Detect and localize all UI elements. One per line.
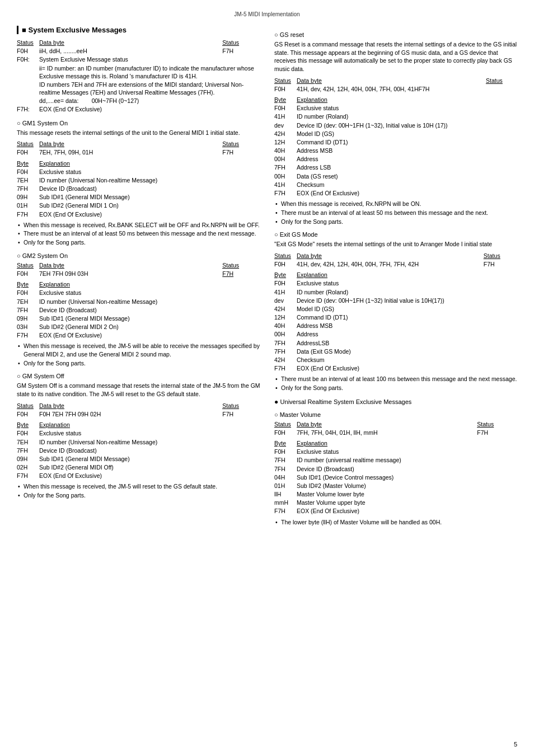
gm1-status-f7: F7H [222,148,263,157]
col-status1: Status [17,39,39,47]
gs-reset-explanation-col: Explanation [297,96,517,104]
gs-r-b10: 41H [274,181,297,189]
sysex-row-id-ext: ID numbers 7EH and 7FH are extensions of… [17,81,263,97]
exit-gs-col-status2: Status [484,252,517,260]
gm1-block: GM1 System On This message resets the in… [17,120,263,247]
mv-b-01h: 01HSub ID#2 (Master Volume) [274,482,517,490]
exit-gs-data-bytes: 41H, dev, 42H, 12H, 40H, 00H, 7FH, 7FH, … [297,260,484,269]
exit-gs-note-1: There must be an interval of at least 10… [274,375,517,383]
gm2-header: Status Data byte Status [17,261,263,270]
gm1-desc: This message resets the internal setting… [17,129,263,137]
gmsysoff-status-f7: F7H [222,410,263,419]
exit-gs-b-7fh2: 7FHData (Exit GS Mode) [274,348,517,356]
mv-e8: EOX (End Of Exclusive) [297,507,517,515]
mv-col-databyte: Data byte [297,420,477,429]
mv-byte-table: Byte Explanation F0HExclusive status 7FH… [274,439,517,516]
gm2-status-f7: F7H [222,270,263,278]
gm1-b4: 09H [17,193,39,201]
gm2-byte-7eh: 7EHID number (Universal Non-realtime Mes… [17,298,263,306]
gmsysoff-note-1: When this message is received, the JM-5 … [17,482,263,491]
gmsysoff-desc: GM System Off is a command message that … [17,382,263,398]
mv-e1: Exclusive status [297,448,517,456]
gs-reset-note-1: When this message is received, Rx.NRPN w… [274,200,517,208]
gs-r-b8: 7FH [274,163,297,172]
gs-r-e10: Checksum [297,181,517,189]
eg-e6: Address MSB [297,322,517,330]
mv-note-1: The lower byte (llH) of Master Volume wi… [274,518,517,527]
desc-eox: EOX (End Of Exclusive) [39,105,263,114]
eg-e10: Checksum [297,356,517,364]
gs-reset-notes: When this message is received, Rx.NRPN w… [274,200,517,226]
gmsysoff-b4: 09H [17,455,39,463]
mv-b-f0h: F0HExclusive status [274,448,517,456]
gs-reset-b-dev: devDevice ID (dev: 00H~1FH (1~32), Initi… [274,121,517,130]
gmsysoff-data-row: F0H F0H 7EH 7FH 09H 02H F7H [17,410,263,419]
header-title: JM-5 MIDI Implementation [234,11,299,17]
exit-gs-status-f7: F7H [484,260,517,269]
mv-b-7fh2: 7FHDevice ID (Broadcast) [274,465,517,473]
mv-header: Status Data byte Status [274,420,517,429]
sysex-row-f0colon: F0H: System Exclusive Message status [17,55,263,64]
gs-reset-desc: GS Reset is a command message that reset… [274,40,517,73]
desc-dd-data: dd,....ee= data: 00H~7FH (0~127) [39,97,263,105]
gmsysoff-byte-table: Byte Explanation F0HExclusive status 7EH… [17,421,263,480]
exit-gs-explanation-col: Explanation [297,271,517,279]
exit-gs-col-databyte: Data byte [297,252,484,260]
eg-e5: Command ID (DT1) [297,313,517,322]
gs-reset-b-41h2: 41HChecksum [274,181,517,189]
gm2-byte-f7h: F7HEOX (End Of Exclusive) [17,331,263,340]
exit-gs-desc: "Exit GS Mode" resets the internal setti… [274,240,517,248]
eg-e11: EOX (End Of Exclusive) [297,364,517,373]
exit-gs-b-f0h: F0HExclusive status [274,279,517,288]
gs-reset-byte-table: Byte Explanation F0HExclusive status 41H… [274,96,517,198]
gmsysoff-col-status2: Status [222,402,263,410]
eg-e3: Device ID (dev: 00H~1FH (1~32) Initial v… [297,297,517,305]
mv-b2: 7FH [274,456,297,464]
byte-empty3 [17,97,39,105]
gmsysoff-col-status1: Status [17,402,39,410]
exit-gs-b-40h: 40HAddress MSB [274,322,517,330]
gs-reset-b-00h: 00HAddress [274,155,517,163]
gs-r-e2: ID number (Roland) [297,112,517,121]
sysex-row-dd: dd,....ee= data: 00H~7FH (0~127) [17,97,263,105]
mv-b5: 01H [274,482,297,490]
mv-status-f7: F7H [477,429,517,437]
gmsysoff-byte-7eh: 7EHID number (Universal Non-realtime Mes… [17,438,263,447]
gm1-notes: When this message is received, Rx.BANK S… [17,221,263,247]
gm2-explanation-col: Explanation [39,280,263,289]
gs-r-b1: F0H [274,104,297,112]
gmsysoff-byte-header: Byte Explanation [17,421,263,429]
gs-r-e1: Exclusive status [297,104,517,112]
gm1-byte-7eh: 7EHID number (Universal Non-realtime Mes… [17,176,263,185]
gm1-note-2: There must be an interval of at least 50… [17,229,263,238]
gmsysoff-byte-f0h: F0HExclusive status [17,429,263,438]
gm1-title: GM1 System On [17,120,263,126]
desc-id-ext: ID numbers 7EH and 7FH are extensions of… [39,81,263,97]
gmsysoff-byte-col: Byte [17,421,39,429]
gm2-data-table: Status Data byte Status F0H 7EH 7FH 09H … [17,261,263,278]
gmsysoff-e1: Exclusive status [39,429,263,438]
gs-reset-data-table: Status Data byte Status F0H 41H, dev, 42… [274,77,517,93]
gm2-title: GM2 System On [17,252,263,259]
exit-gs-byte-f0h: F0H [274,260,297,269]
byte-empty [17,64,39,81]
gm2-note-1: When this message is received, the JM-5 … [17,342,263,358]
gm1-byte-7fh: 7FHDevice ID (Broadcast) [17,185,263,193]
mv-data-row: F0H 7FH, 7FH, 04H, 01H, llH, mmH F7H [274,429,517,437]
gm1-col-databyte: Data byte [39,140,222,148]
exit-gs-b-42h: 42HModel ID (GS) [274,305,517,313]
gs-r-e6: Address MSB [297,147,517,155]
gm1-byte-col: Byte [17,159,39,168]
exit-gs-block: Exit GS Mode "Exit GS Mode" resets the i… [274,231,517,392]
gmsysoff-b6: F7H [17,472,39,480]
gm1-note-1: When this message is received, Rx.BANK S… [17,221,263,229]
exit-gs-b-dev: devDevice ID (dev: 00H~1FH (1~32) Initia… [274,297,517,305]
gm1-data-row: F0H 7EH, 7FH, 09H, 01H F7H [17,148,263,157]
mv-b6: llH [274,490,297,499]
mv-data-bytes: 7FH, 7FH, 04H, 01H, llH, mmH [297,429,477,437]
exit-gs-note-2: Only for the Song parts. [274,384,517,392]
gm2-byte-table: Byte Explanation F0HExclusive status 7EH… [17,280,263,340]
eg-e8: AddressLSB [297,339,517,348]
mv-b-llh: llHMaster Volume lower byte [274,490,517,499]
gs-reset-note-2: There must be an interval of at least 50… [274,209,517,217]
